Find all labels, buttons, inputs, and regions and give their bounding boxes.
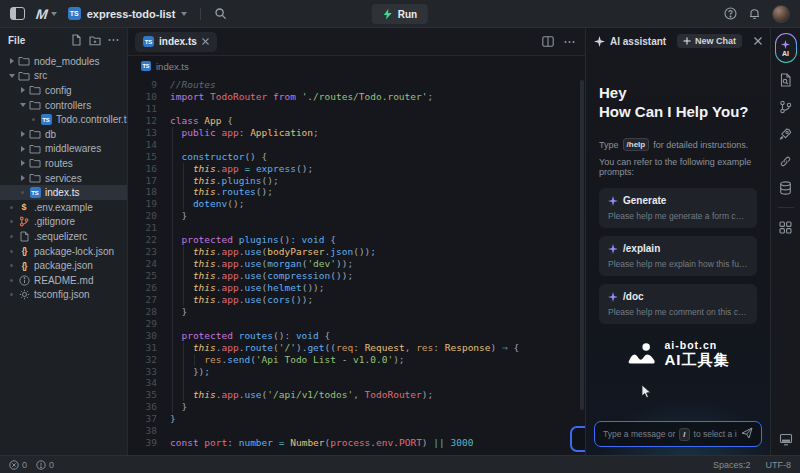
editor-tab-bar: TS index.ts bbox=[128, 28, 585, 56]
ai-panel-title: AI assistant bbox=[610, 36, 666, 47]
apps-grid-icon[interactable] bbox=[776, 217, 796, 237]
folder-icon bbox=[29, 144, 41, 154]
code-line-13: 13 public app: Application; bbox=[128, 127, 585, 139]
help-command-kbd[interactable]: /help bbox=[623, 138, 650, 151]
tree-item-readme-md[interactable]: README.md bbox=[0, 273, 127, 288]
prompt-card-doc[interactable]: /docPlease help me comment on this code. bbox=[599, 284, 757, 324]
tree-item--gitignore[interactable]: .gitignore bbox=[0, 215, 127, 230]
tree-item-label: controllers bbox=[45, 100, 91, 111]
tree-item-controllers[interactable]: controllers bbox=[0, 98, 127, 113]
app-logo-menu[interactable]: M bbox=[36, 6, 57, 22]
tree-item-node-modules[interactable]: node_modules bbox=[0, 54, 127, 69]
tree-item-label: middlewares bbox=[45, 143, 101, 154]
folder-icon bbox=[18, 71, 30, 81]
line-number: 25 bbox=[128, 270, 170, 282]
prompt-card-explain[interactable]: /explainPlease help me explain how this … bbox=[599, 236, 757, 276]
line-number: 28 bbox=[128, 306, 170, 318]
tab-close-icon[interactable] bbox=[202, 38, 209, 45]
explorer-title: File bbox=[8, 35, 25, 46]
notifications-bell-icon[interactable] bbox=[748, 7, 761, 20]
encoding-setting[interactable]: UTF-8 bbox=[766, 460, 792, 470]
inline-ai-widget[interactable] bbox=[570, 426, 585, 452]
editor-more-icon[interactable] bbox=[564, 40, 575, 44]
source-control-icon[interactable] bbox=[776, 97, 796, 117]
explorer-more-icon[interactable] bbox=[108, 38, 119, 42]
new-file-icon[interactable] bbox=[71, 34, 82, 46]
deploy-rocket-icon[interactable] bbox=[776, 124, 796, 144]
new-folder-icon[interactable] bbox=[89, 35, 101, 46]
tree-item-todo-controller-ts[interactable]: TSTodo.controller.ts bbox=[0, 112, 127, 127]
tree-item-package-json[interactable]: {}package.json bbox=[0, 258, 127, 273]
project-selector[interactable]: TS express-todo-list bbox=[68, 7, 188, 20]
chevron-expanded-icon bbox=[6, 73, 17, 79]
ide-window: M TS express-todo-list Run bbox=[0, 0, 800, 473]
tree-item-index-ts[interactable]: TSindex.ts bbox=[0, 185, 127, 200]
ai-prompts-intro: You can refer to the following example p… bbox=[599, 157, 757, 177]
tree-item-routes[interactable]: routes bbox=[0, 156, 127, 171]
monitor-icon[interactable] bbox=[776, 429, 796, 449]
ai-greeting: Hey How Can I Help You? bbox=[599, 83, 757, 121]
code-text bbox=[170, 222, 176, 234]
code-line-22: 22 protected plugins(): void { bbox=[128, 234, 585, 246]
ai-rail-button[interactable]: AI bbox=[775, 33, 797, 63]
folder-icon bbox=[29, 129, 41, 139]
editor-scrollbar[interactable] bbox=[580, 80, 584, 410]
code-text: protected plugins(): void { bbox=[170, 234, 336, 246]
close-panel-icon[interactable] bbox=[754, 37, 762, 45]
indentation-setting[interactable]: Spaces:2 bbox=[713, 460, 751, 470]
file-status-dot bbox=[6, 220, 17, 223]
code-line-14: 14 bbox=[128, 139, 585, 151]
problems-errors[interactable]: 0 bbox=[9, 460, 27, 470]
tree-item--env-example[interactable]: $.env.example bbox=[0, 200, 127, 215]
tree-item--sequelizerc[interactable]: .sequelizerc bbox=[0, 229, 127, 244]
tree-item-db[interactable]: db bbox=[0, 127, 127, 142]
folder-icon bbox=[18, 56, 30, 66]
tree-item-services[interactable]: services bbox=[0, 171, 127, 186]
chat-input[interactable]: Type a message or / to select a instruct… bbox=[594, 421, 762, 447]
user-avatar[interactable] bbox=[772, 5, 790, 23]
prompt-description: Please help me generate a form code. bbox=[608, 211, 748, 221]
code-editor[interactable]: 9//Routes10import TodoRouter from './rou… bbox=[128, 76, 585, 455]
link-icon[interactable] bbox=[776, 151, 796, 171]
send-message-icon[interactable] bbox=[741, 425, 753, 443]
code-text bbox=[170, 318, 176, 330]
prompt-card-generate[interactable]: GeneratePlease help me generate a form c… bbox=[599, 188, 757, 228]
tab-index-ts[interactable]: TS index.ts bbox=[135, 32, 217, 52]
breadcrumb[interactable]: TS index.ts bbox=[128, 56, 585, 76]
tree-item-package-lock-json[interactable]: {}package-lock.json bbox=[0, 244, 127, 259]
env-file-icon: $ bbox=[21, 202, 26, 212]
code-line-28: 28 } bbox=[128, 306, 585, 318]
tab-label: index.ts bbox=[159, 36, 197, 47]
split-editor-icon[interactable] bbox=[542, 36, 554, 47]
ai-assistant-panel: AI assistant New Chat Hey How Can I Help… bbox=[585, 28, 770, 455]
tree-item-config[interactable]: config bbox=[0, 83, 127, 98]
warning-icon bbox=[36, 460, 46, 470]
folder-icon bbox=[29, 158, 41, 168]
right-icon-rail: AI bbox=[770, 28, 800, 455]
tree-item-tsconfig-json[interactable]: tsconfig.json bbox=[0, 288, 127, 303]
new-chat-button[interactable]: New Chat bbox=[677, 34, 742, 48]
code-text: this.app.route('/').get((req: Request, r… bbox=[170, 342, 519, 354]
help-icon[interactable] bbox=[724, 7, 737, 20]
tree-item-middlewares[interactable]: middlewares bbox=[0, 142, 127, 157]
database-icon[interactable] bbox=[776, 178, 796, 198]
tree-item-label: index.ts bbox=[45, 187, 79, 198]
code-line-10: 10import TodoRouter from './routes/Todo.… bbox=[128, 91, 585, 103]
app-logo: M bbox=[35, 6, 47, 22]
code-line-17: 17 this.plugins(); bbox=[128, 175, 585, 187]
problems-warnings[interactable]: 0 bbox=[36, 460, 54, 470]
docs-icon[interactable] bbox=[776, 70, 796, 90]
watermark-brand: AI工具集 bbox=[665, 352, 730, 369]
code-line-12: 12class App { bbox=[128, 115, 585, 127]
search-icon[interactable] bbox=[214, 7, 227, 20]
code-line-31: 31 this.app.route('/').get((req: Request… bbox=[128, 342, 585, 354]
code-text: import TodoRouter from './routes/Todo.ro… bbox=[170, 91, 433, 103]
code-line-37: 37} bbox=[128, 413, 585, 425]
code-text: }); bbox=[170, 366, 210, 378]
chevron-collapsed-icon bbox=[17, 175, 28, 181]
code-line-18: 18 this.routes(); bbox=[128, 186, 585, 198]
tree-item-src[interactable]: src bbox=[0, 69, 127, 84]
code-line-11: 11 bbox=[128, 103, 585, 115]
run-button[interactable]: Run bbox=[372, 4, 428, 24]
sidebar-toggle-icon[interactable] bbox=[10, 7, 25, 20]
